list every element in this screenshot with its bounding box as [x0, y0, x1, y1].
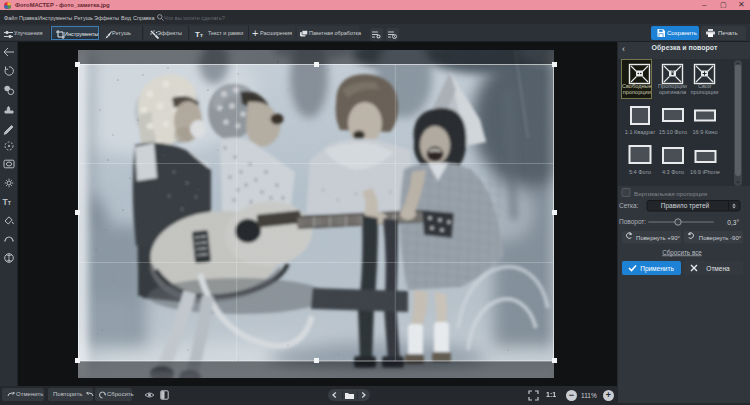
svg-text:4:3 Фото: 4:3 Фото	[662, 169, 684, 175]
svg-text:Сбросить все: Сбросить все	[662, 249, 702, 257]
svg-text:Tт: Tт	[3, 197, 11, 207]
svg-text:Правило третей: Правило третей	[661, 202, 710, 210]
svg-text:пропорции: пропорции	[623, 89, 651, 95]
svg-text:Свои: Свои	[698, 83, 711, 89]
svg-text:Сетка:: Сетка:	[619, 202, 639, 209]
svg-text:Пропорции: Пропорции	[658, 83, 687, 89]
svg-text:Свободные: Свободные	[622, 83, 652, 89]
svg-text:Поворот:: Поворот:	[619, 218, 646, 226]
svg-text:Применить: Применить	[640, 265, 674, 273]
svg-text:Повернуть -90°: Повернуть -90°	[699, 235, 742, 241]
svg-text:1:1 Квадрат: 1:1 Квадрат	[625, 129, 656, 135]
svg-text:оригинала: оригинала	[659, 89, 687, 95]
svg-text:15:10 Фото: 15:10 Фото	[659, 129, 687, 135]
svg-text:пропорции: пропорции	[691, 89, 719, 95]
svg-text:Отмена: Отмена	[706, 265, 730, 272]
svg-text:16:9 iPhone: 16:9 iPhone	[690, 169, 720, 175]
svg-text:Вертикальная пропорция: Вертикальная пропорция	[634, 190, 707, 197]
svg-text:5:4 Фото: 5:4 Фото	[629, 169, 651, 175]
svg-text:0,3°: 0,3°	[727, 219, 739, 226]
svg-text:Повернуть +90°: Повернуть +90°	[636, 235, 680, 241]
svg-text:16:9 Кино: 16:9 Кино	[692, 129, 717, 135]
